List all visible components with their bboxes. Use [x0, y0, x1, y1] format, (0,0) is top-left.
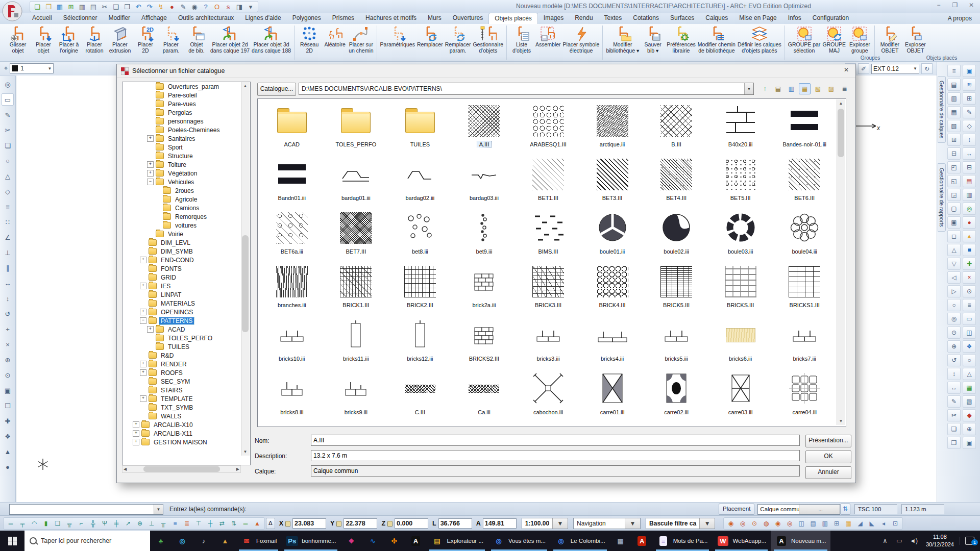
tree-node[interactable]: Pare-soleil — [122, 91, 250, 99]
tree-node[interactable]: DIM_SYMB — [122, 247, 250, 256]
ribbon-button[interactable]: Objet de bib. — [184, 24, 209, 61]
tree-expander-icon[interactable]: + — [147, 170, 154, 177]
wall-tool-icon[interactable]: ⊥ — [146, 518, 157, 529]
view-tool-icon[interactable]: ◉ — [772, 518, 783, 529]
tree-node[interactable]: Camions — [122, 204, 250, 212]
wall-tool-icon[interactable]: ╪ — [111, 518, 122, 529]
menu-tab[interactable]: Sélectionner — [58, 13, 103, 24]
dock-tool-icon[interactable]: ▢ — [947, 203, 961, 215]
tree-node[interactable]: + ARCALIB-X10 — [122, 420, 250, 429]
dock-tool-icon[interactable]: ▣ — [947, 216, 961, 229]
pattern-file-item[interactable]: ACAD — [260, 102, 324, 156]
cancel-button[interactable]: Annuler — [805, 466, 851, 479]
placement-layer-combobox[interactable]: Calque commun ... — [757, 504, 840, 515]
pattern-file-item[interactable]: branches.iii — [260, 263, 324, 316]
dock-tool-icon[interactable]: ● — [963, 216, 976, 229]
tree-node[interactable]: + END-COND — [122, 256, 250, 264]
dock-tool-icon[interactable]: ↕ — [963, 134, 976, 146]
left-tool-icon[interactable]: ◎ — [2, 78, 14, 90]
ribbon-button[interactable] — [506, 26, 507, 60]
quick-tool-icon[interactable]: ▦ — [55, 2, 65, 11]
taskbar-search[interactable]: Taper ici pour rechercher — [24, 531, 150, 551]
left-tool-icon[interactable]: ↺ — [2, 308, 14, 320]
tree-node[interactable]: + OPENINGS — [122, 308, 250, 316]
view-tool-icon[interactable]: ⊞ — [831, 518, 842, 529]
ribbon-button[interactable]: Placer objet 3d dans calque 188 — [251, 24, 292, 61]
ribbon-button[interactable]: Placer param. — [158, 24, 184, 61]
dock-tool-icon[interactable]: ◲ — [947, 189, 961, 201]
dock-tool-icon[interactable]: ◎ — [963, 203, 976, 215]
dock-tool-icon[interactable]: △ — [947, 244, 961, 256]
pattern-file-item[interactable]: bet9.iii — [452, 209, 517, 263]
dock-tool-icon[interactable]: ❐ — [947, 437, 961, 449]
menu-tab[interactable]: Cotations — [627, 13, 665, 24]
left-tool-icon[interactable]: ⊥ — [2, 246, 14, 259]
dock-tool-icon[interactable]: ⊟ — [963, 161, 976, 173]
taskbar-app-button[interactable]: ▲ — [214, 531, 236, 551]
pattern-file-item[interactable]: carre04.iii — [772, 370, 837, 423]
ribbon-button[interactable] — [294, 26, 295, 60]
ribbon-button[interactable]: Paramétriques — [379, 24, 416, 61]
view-tool-icon[interactable]: ◫ — [796, 518, 807, 529]
tree-node[interactable]: + ROOFS — [122, 368, 250, 377]
taskbar-app-button[interactable]: ▤ Explorateur ... — [426, 531, 488, 551]
ribbon-button[interactable] — [874, 26, 875, 60]
close-button[interactable]: ✕ — [966, 2, 977, 9]
dock-tool-icon[interactable]: ▦ — [947, 106, 961, 118]
dock-tool-icon[interactable]: ↺ — [947, 354, 961, 366]
wall-tool-icon[interactable]: ⊤ — [193, 518, 204, 529]
ribbon-button[interactable]: Réseau 2D — [297, 24, 322, 61]
tree-node[interactable]: Voirie — [122, 230, 250, 238]
dock-tool-icon[interactable]: △ — [963, 368, 976, 380]
pattern-file-item[interactable]: bricks8.iii — [260, 370, 324, 423]
taskbar-app-button[interactable]: ✉ Foxmail — [236, 531, 281, 551]
tree-node[interactable]: DIM_LEVL — [122, 238, 250, 247]
view-tool-icon[interactable]: ◉ — [725, 518, 737, 529]
pattern-file-item[interactable]: bricks3.iii — [516, 316, 580, 370]
tree-node[interactable]: + Toiture — [122, 160, 250, 169]
dock-tool-icon[interactable]: ↔ — [947, 382, 961, 394]
pattern-file-item[interactable]: bardag02.iii — [388, 156, 452, 209]
tree-node[interactable]: Poeles-Cheminees — [122, 126, 250, 134]
dock-tool-icon[interactable]: ▽ — [947, 258, 961, 270]
wall-tool-icon[interactable]: ↗ — [122, 518, 134, 529]
dock-tool-icon[interactable]: ❖ — [963, 340, 976, 353]
view-tool-icon[interactable]: ◍ — [761, 518, 772, 529]
tree-expander-icon[interactable]: + — [133, 430, 139, 437]
dock-tool-icon[interactable]: ◫ — [963, 327, 976, 339]
quick-tool-icon[interactable]: O — [212, 2, 222, 11]
tree-expander-icon[interactable]: + — [140, 283, 146, 289]
ribbon-button[interactable]: Aléatoire — [322, 24, 348, 61]
taskbar-app-button[interactable]: ∿ — [362, 531, 383, 551]
quick-tool-icon[interactable]: ❑ — [111, 2, 121, 11]
dock-tool-icon[interactable]: ≡ — [963, 299, 976, 311]
menu-tab[interactable]: Lignes d'aide — [239, 13, 286, 24]
tree-node[interactable]: − Vehicules — [122, 178, 250, 186]
dock-tab[interactable]: Gestionnaire de rapports — [938, 163, 946, 232]
ribbon-button[interactable]: Placer rotation — [82, 24, 107, 61]
tree-node[interactable]: + RENDER — [122, 360, 250, 368]
wall-tool-icon[interactable]: ▮ — [40, 518, 52, 529]
tree-expander-icon[interactable]: + — [147, 135, 154, 142]
angle-field[interactable]: 149.81 — [483, 518, 517, 529]
tree-node[interactable]: LINPAT — [122, 290, 250, 299]
dock-tool-icon[interactable]: ⊙ — [947, 327, 961, 339]
tree-node[interactable]: MATERIALS — [122, 299, 250, 308]
quick-tool-icon[interactable]: ◨ — [234, 2, 244, 11]
tree-node[interactable]: TXT_SYMB — [122, 403, 250, 412]
path-tool-icon[interactable]: ↑ — [759, 83, 771, 94]
left-tool-icon[interactable]: ▲ — [2, 445, 14, 458]
placement-button[interactable]: Placement — [719, 504, 754, 515]
menu-tab[interactable]: Surfaces — [665, 13, 700, 24]
ribbon-button[interactable]: Remplacer — [416, 24, 444, 61]
wall-tool-icon[interactable]: ╥ — [158, 518, 169, 529]
tree-expander-icon[interactable]: + — [133, 439, 139, 445]
pattern-file-item[interactable]: BET7.III — [324, 209, 388, 263]
tree-node[interactable]: GRID — [122, 273, 250, 282]
pattern-file-item[interactable]: bricks10.iii — [260, 316, 324, 370]
path-tool-icon[interactable]: ▧ — [812, 83, 824, 94]
dock-tool-icon[interactable]: ⊟ — [947, 147, 961, 160]
tree-node[interactable]: 2roues — [122, 186, 250, 195]
pattern-file-item[interactable]: BET4.III — [644, 156, 708, 209]
tree-node[interactable]: Pergolas — [122, 108, 250, 117]
